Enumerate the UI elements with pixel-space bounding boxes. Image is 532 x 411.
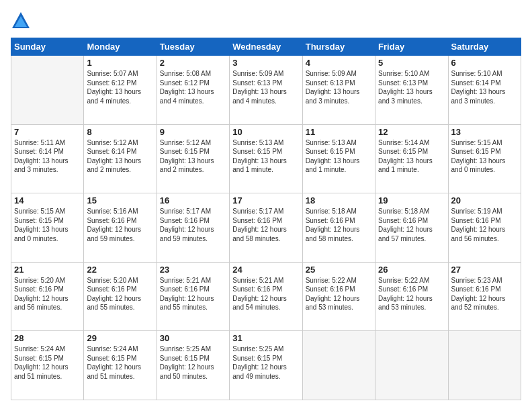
day-info: Sunrise: 5:13 AM Sunset: 6:15 PM Dayligh… bbox=[306, 138, 372, 175]
day-number: 6 bbox=[451, 58, 518, 68]
day-number: 14 bbox=[14, 195, 81, 205]
day-info: Sunrise: 5:11 AM Sunset: 6:14 PM Dayligh… bbox=[14, 138, 81, 175]
day-number: 9 bbox=[160, 127, 226, 137]
day-info: Sunrise: 5:14 AM Sunset: 6:15 PM Dayligh… bbox=[378, 138, 445, 175]
day-number: 18 bbox=[306, 195, 372, 205]
calendar-week-row: 7Sunrise: 5:11 AM Sunset: 6:14 PM Daylig… bbox=[11, 124, 521, 193]
day-info: Sunrise: 5:12 AM Sunset: 6:14 PM Dayligh… bbox=[87, 138, 153, 175]
day-number: 26 bbox=[378, 265, 445, 275]
day-number: 5 bbox=[378, 58, 445, 68]
day-info: Sunrise: 5:25 AM Sunset: 6:15 PM Dayligh… bbox=[160, 345, 226, 381]
day-number: 3 bbox=[232, 58, 299, 68]
day-info: Sunrise: 5:07 AM Sunset: 6:12 PM Dayligh… bbox=[87, 69, 153, 105]
calendar-cell: 19Sunrise: 5:18 AM Sunset: 6:16 PM Dayli… bbox=[375, 193, 448, 263]
calendar-cell: 17Sunrise: 5:17 AM Sunset: 6:16 PM Dayli… bbox=[230, 193, 302, 263]
day-number: 28 bbox=[14, 333, 81, 343]
day-number: 4 bbox=[306, 58, 372, 68]
calendar-cell: 27Sunrise: 5:23 AM Sunset: 6:16 PM Dayli… bbox=[448, 262, 521, 331]
calendar-week-row: 21Sunrise: 5:20 AM Sunset: 6:16 PM Dayli… bbox=[11, 262, 521, 331]
calendar-cell: 8Sunrise: 5:12 AM Sunset: 6:14 PM Daylig… bbox=[84, 124, 157, 193]
day-number: 22 bbox=[87, 265, 153, 275]
calendar-cell: 30Sunrise: 5:25 AM Sunset: 6:15 PM Dayli… bbox=[157, 331, 229, 400]
calendar-cell: 29Sunrise: 5:24 AM Sunset: 6:15 PM Dayli… bbox=[84, 331, 157, 400]
day-number: 13 bbox=[451, 127, 518, 137]
col-header-wednesday: Wednesday bbox=[230, 38, 302, 56]
calendar-table: SundayMondayTuesdayWednesdayThursdayFrid… bbox=[11, 38, 521, 400]
calendar-cell: 2Sunrise: 5:08 AM Sunset: 6:12 PM Daylig… bbox=[157, 56, 229, 125]
day-info: Sunrise: 5:22 AM Sunset: 6:16 PM Dayligh… bbox=[306, 276, 372, 312]
calendar-cell: 24Sunrise: 5:21 AM Sunset: 6:16 PM Dayli… bbox=[230, 262, 302, 331]
calendar-cell bbox=[11, 56, 84, 125]
calendar-cell: 21Sunrise: 5:20 AM Sunset: 6:16 PM Dayli… bbox=[11, 262, 84, 331]
day-info: Sunrise: 5:24 AM Sunset: 6:15 PM Dayligh… bbox=[14, 345, 81, 381]
day-info: Sunrise: 5:21 AM Sunset: 6:16 PM Dayligh… bbox=[160, 276, 226, 312]
calendar-cell: 7Sunrise: 5:11 AM Sunset: 6:14 PM Daylig… bbox=[11, 124, 84, 193]
day-info: Sunrise: 5:24 AM Sunset: 6:15 PM Dayligh… bbox=[87, 345, 153, 381]
day-info: Sunrise: 5:15 AM Sunset: 6:15 PM Dayligh… bbox=[451, 138, 518, 175]
calendar-cell: 26Sunrise: 5:22 AM Sunset: 6:16 PM Dayli… bbox=[375, 262, 448, 331]
col-header-thursday: Thursday bbox=[302, 38, 375, 56]
day-info: Sunrise: 5:09 AM Sunset: 6:13 PM Dayligh… bbox=[306, 69, 372, 105]
day-info: Sunrise: 5:18 AM Sunset: 6:16 PM Dayligh… bbox=[378, 207, 445, 243]
day-info: Sunrise: 5:16 AM Sunset: 6:16 PM Dayligh… bbox=[87, 207, 153, 243]
col-header-sunday: Sunday bbox=[11, 38, 84, 56]
logo-icon bbox=[11, 11, 31, 31]
day-info: Sunrise: 5:22 AM Sunset: 6:16 PM Dayligh… bbox=[378, 276, 445, 312]
calendar-cell: 1Sunrise: 5:07 AM Sunset: 6:12 PM Daylig… bbox=[84, 56, 157, 125]
calendar-cell: 3Sunrise: 5:09 AM Sunset: 6:13 PM Daylig… bbox=[230, 56, 302, 125]
day-number: 21 bbox=[14, 265, 81, 275]
day-number: 29 bbox=[87, 333, 153, 343]
calendar-week-row: 1Sunrise: 5:07 AM Sunset: 6:12 PM Daylig… bbox=[11, 56, 521, 125]
day-number: 24 bbox=[232, 265, 299, 275]
calendar-cell: 25Sunrise: 5:22 AM Sunset: 6:16 PM Dayli… bbox=[302, 262, 375, 331]
day-number: 1 bbox=[87, 58, 153, 68]
calendar-header-row: SundayMondayTuesdayWednesdayThursdayFrid… bbox=[11, 38, 521, 56]
day-info: Sunrise: 5:18 AM Sunset: 6:16 PM Dayligh… bbox=[306, 207, 372, 243]
col-header-tuesday: Tuesday bbox=[157, 38, 229, 56]
calendar-week-row: 28Sunrise: 5:24 AM Sunset: 6:15 PM Dayli… bbox=[11, 331, 521, 400]
calendar-cell: 23Sunrise: 5:21 AM Sunset: 6:16 PM Dayli… bbox=[157, 262, 229, 331]
calendar-cell: 6Sunrise: 5:10 AM Sunset: 6:14 PM Daylig… bbox=[448, 56, 521, 125]
calendar-cell: 28Sunrise: 5:24 AM Sunset: 6:15 PM Dayli… bbox=[11, 331, 84, 400]
calendar-cell: 18Sunrise: 5:18 AM Sunset: 6:16 PM Dayli… bbox=[302, 193, 375, 263]
day-info: Sunrise: 5:20 AM Sunset: 6:16 PM Dayligh… bbox=[87, 276, 153, 312]
col-header-saturday: Saturday bbox=[448, 38, 521, 56]
calendar-cell: 15Sunrise: 5:16 AM Sunset: 6:16 PM Dayli… bbox=[84, 193, 157, 263]
day-number: 17 bbox=[232, 195, 299, 205]
page: SundayMondayTuesdayWednesdayThursdayFrid… bbox=[0, 0, 532, 411]
day-number: 23 bbox=[160, 265, 226, 275]
calendar-cell: 10Sunrise: 5:13 AM Sunset: 6:15 PM Dayli… bbox=[230, 124, 302, 193]
day-number: 27 bbox=[451, 265, 518, 275]
day-info: Sunrise: 5:25 AM Sunset: 6:15 PM Dayligh… bbox=[232, 345, 299, 381]
day-number: 30 bbox=[160, 333, 226, 343]
day-info: Sunrise: 5:13 AM Sunset: 6:15 PM Dayligh… bbox=[232, 138, 299, 175]
calendar-cell: 22Sunrise: 5:20 AM Sunset: 6:16 PM Dayli… bbox=[84, 262, 157, 331]
day-info: Sunrise: 5:15 AM Sunset: 6:15 PM Dayligh… bbox=[14, 207, 81, 243]
day-number: 2 bbox=[160, 58, 226, 68]
calendar-cell: 12Sunrise: 5:14 AM Sunset: 6:15 PM Dayli… bbox=[375, 124, 448, 193]
calendar-cell: 13Sunrise: 5:15 AM Sunset: 6:15 PM Dayli… bbox=[448, 124, 521, 193]
calendar-cell: 9Sunrise: 5:12 AM Sunset: 6:15 PM Daylig… bbox=[157, 124, 229, 193]
day-number: 31 bbox=[232, 333, 299, 343]
day-info: Sunrise: 5:23 AM Sunset: 6:16 PM Dayligh… bbox=[451, 276, 518, 312]
day-number: 19 bbox=[378, 195, 445, 205]
col-header-monday: Monday bbox=[84, 38, 157, 56]
day-number: 10 bbox=[232, 127, 299, 137]
day-info: Sunrise: 5:10 AM Sunset: 6:14 PM Dayligh… bbox=[451, 69, 518, 105]
day-number: 11 bbox=[306, 127, 372, 137]
calendar-week-row: 14Sunrise: 5:15 AM Sunset: 6:15 PM Dayli… bbox=[11, 193, 521, 263]
day-info: Sunrise: 5:21 AM Sunset: 6:16 PM Dayligh… bbox=[232, 276, 299, 312]
day-info: Sunrise: 5:20 AM Sunset: 6:16 PM Dayligh… bbox=[14, 276, 81, 312]
day-info: Sunrise: 5:17 AM Sunset: 6:16 PM Dayligh… bbox=[232, 207, 299, 243]
col-header-friday: Friday bbox=[375, 38, 448, 56]
day-number: 7 bbox=[14, 127, 81, 137]
calendar-cell: 31Sunrise: 5:25 AM Sunset: 6:15 PM Dayli… bbox=[230, 331, 302, 400]
day-info: Sunrise: 5:10 AM Sunset: 6:13 PM Dayligh… bbox=[378, 69, 445, 105]
calendar-cell: 11Sunrise: 5:13 AM Sunset: 6:15 PM Dayli… bbox=[302, 124, 375, 193]
day-info: Sunrise: 5:09 AM Sunset: 6:13 PM Dayligh… bbox=[232, 69, 299, 105]
calendar-cell: 5Sunrise: 5:10 AM Sunset: 6:13 PM Daylig… bbox=[375, 56, 448, 125]
calendar-cell bbox=[448, 331, 521, 400]
calendar-cell: 14Sunrise: 5:15 AM Sunset: 6:15 PM Dayli… bbox=[11, 193, 84, 263]
day-info: Sunrise: 5:19 AM Sunset: 6:16 PM Dayligh… bbox=[451, 207, 518, 243]
day-number: 25 bbox=[306, 265, 372, 275]
